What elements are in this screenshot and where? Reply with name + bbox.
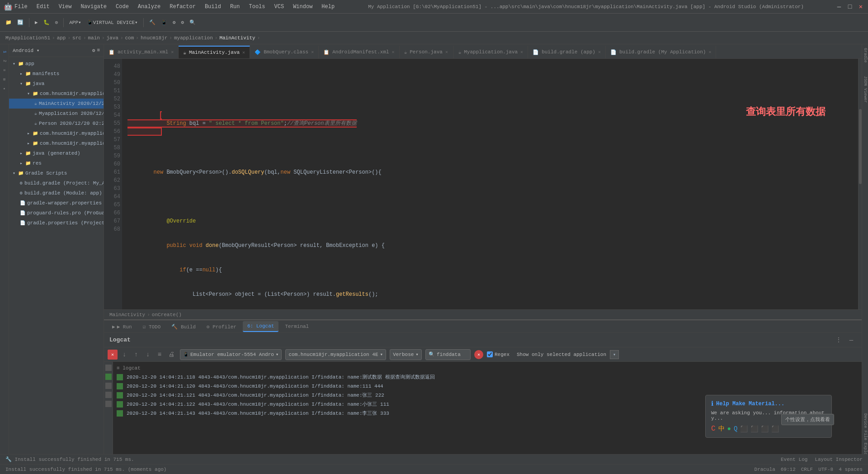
build-button[interactable]: 🔨 [147, 16, 157, 29]
tree-item[interactable]: ▸ 📁java (generated) [9, 148, 104, 158]
tree-item[interactable]: ▾ 📁java [9, 79, 104, 89]
clear-logcat-button[interactable]: ✕ [108, 350, 118, 360]
sync-button[interactable]: 🔄 [15, 16, 25, 29]
tab-close-button[interactable]: ✕ [311, 49, 314, 55]
tab-close-button[interactable]: ✕ [392, 49, 395, 55]
menu-item-tools[interactable]: Tools [247, 3, 267, 11]
breadcrumb-item[interactable]: MainActivity [219, 35, 255, 41]
prev-entry-button[interactable]: ↑ [131, 350, 141, 360]
profiler-tab[interactable]: ⊙ Profiler [202, 321, 241, 332]
scroll-end-button[interactable]: ↓ [119, 350, 129, 360]
todo-tab[interactable]: ☑ TODO [138, 321, 165, 332]
tree-options-icon[interactable]: ≡ [97, 47, 100, 53]
editor-tab[interactable]: ☕MainActivity.java✕ [179, 46, 250, 58]
favorites-toggle[interactable]: ★ [0, 84, 9, 92]
breadcrumb-item[interactable]: app [57, 35, 66, 41]
json-viewer-toggle[interactable]: JSON Viewer [863, 74, 868, 104]
tab-close-button[interactable]: ✕ [708, 49, 711, 55]
tab-close-button[interactable]: ✕ [242, 50, 245, 55]
tree-item[interactable]: ▾ 📁com.hnucm18jr.myapplicatio [9, 89, 104, 99]
logcat-icon-2[interactable] [105, 374, 112, 380]
editor-tab[interactable]: 🔷BmobQuery.class✕ [250, 46, 319, 58]
level-dropdown[interactable]: Verbose ▾ [390, 349, 422, 360]
breadcrumb-item[interactable]: main [88, 35, 99, 41]
terminal-tab[interactable]: Terminal [280, 321, 313, 332]
logcat-icon-4[interactable] [105, 392, 112, 398]
log-entry[interactable]: 2020-12-20 14:04:21.118 4843-4843/com.hn… [113, 373, 862, 382]
tab-close-button[interactable]: ✕ [171, 49, 174, 55]
minimize-button[interactable]: — [835, 3, 843, 10]
sdk-button[interactable]: ⚙ [171, 16, 178, 29]
close-button[interactable]: ✕ [857, 3, 864, 10]
run-tab[interactable]: ▶ ▶ Run [108, 321, 137, 332]
tree-item[interactable]: ▾ 📁Gradle Scripts [9, 168, 104, 178]
build-variants-toggle[interactable]: ⊞ [0, 75, 9, 83]
menu-item-analyze[interactable]: Analyze [136, 3, 162, 11]
package-dropdown[interactable]: com.hnucm18jr.myapplication 4E ▾ [285, 349, 386, 360]
editor-tab[interactable]: 📋activity_main.xml✕ [104, 46, 179, 58]
project-panel-toggle[interactable]: 1 [0, 48, 9, 56]
tree-item[interactable]: ☕MainActivity 2020/12/20 [9, 99, 104, 109]
tree-item[interactable]: ☕Person 2020/12/20 02:25, 4 [9, 118, 104, 128]
resource-panel-toggle[interactable]: ≡ [0, 66, 9, 74]
event-log-link[interactable]: Event Log [781, 457, 807, 462]
tree-item[interactable]: 📄gradle.properties (Project Pro [9, 218, 104, 228]
breadcrumb-item[interactable]: com [125, 35, 134, 41]
soft-wrap-button[interactable]: ≡ [155, 350, 165, 360]
regex-checkbox[interactable] [487, 351, 493, 357]
device-dropdown-logcat[interactable]: 📱 Emulator emulator-5554 Andro ▾ [180, 349, 282, 360]
menu-item-help[interactable]: Help [320, 3, 336, 11]
tab-close-button[interactable]: ✕ [598, 49, 601, 55]
tree-item[interactable]: 📄proguard-rules.pro (ProGuard [9, 208, 104, 218]
editor-tab[interactable]: 📄build.gradle (My Application)✕ [606, 46, 716, 58]
clear-search-button[interactable]: ✕ [474, 350, 483, 359]
settings-button[interactable]: ⚙ [179, 16, 186, 29]
logcat-icon-1[interactable] [105, 365, 112, 371]
print-button[interactable]: 🖨 [166, 350, 176, 360]
editor-scrollbar[interactable] [858, 59, 862, 309]
tab-close-button[interactable]: ✕ [445, 49, 448, 55]
logcat-icon-5[interactable] [105, 401, 112, 407]
maximize-button[interactable]: □ [846, 3, 854, 10]
device-dropdown[interactable]: 📱 VIRTUAL DEVICE ▾ [85, 16, 140, 29]
menu-item-vcs[interactable]: VCS [273, 3, 286, 11]
breadcrumb-item[interactable]: myapplication [174, 35, 213, 41]
tree-item[interactable]: ▸ 📁com.hnucm18jr.myapplicatio [9, 138, 104, 148]
breadcrumb-on-create[interactable]: onCreate() [152, 312, 182, 318]
tree-item[interactable]: ⚙build.gradle (Project: My_Appli [9, 178, 104, 188]
search-everywhere[interactable]: 🔍 [188, 16, 198, 29]
tree-item[interactable]: ⚙build.gradle (Module: app) [9, 188, 104, 198]
show-selected-dropdown[interactable]: ▾ [610, 350, 619, 359]
menu-item-file[interactable]: File [13, 3, 29, 11]
menu-item-build[interactable]: Build [203, 3, 223, 11]
avd-button[interactable]: 📱 [159, 16, 169, 29]
tab-close-button[interactable]: ✕ [520, 49, 523, 55]
menu-item-edit[interactable]: Edit [35, 3, 52, 11]
log-entry[interactable]: 2020-12-20 14:04:21.120 4843-4843/com.hn… [113, 382, 862, 391]
editor-tab[interactable]: 📄build.gradle (app)✕ [528, 46, 606, 58]
breadcrumb-item[interactable]: src [72, 35, 81, 41]
menu-item-view[interactable]: View [57, 3, 74, 11]
gradle-panel-toggle[interactable]: Gradle [863, 46, 868, 64]
app-config-dropdown[interactable]: APP ▾ [67, 16, 83, 29]
logcat-minimize[interactable]: — [846, 335, 856, 345]
menu-item-window[interactable]: Window [291, 3, 314, 11]
tree-item[interactable]: ▸ 📁com.hnucm18jr.myapplicatio [9, 128, 104, 138]
tree-item[interactable]: ▸ 📁manifests [9, 69, 104, 79]
next-entry-button[interactable]: ↓ [143, 350, 153, 360]
breadcrumb-main-activity[interactable]: MainActivity [109, 312, 145, 318]
project-icon[interactable]: 📁 [4, 16, 14, 29]
editor-tab[interactable]: ☕Person.java✕ [400, 46, 454, 58]
logcat-search-box[interactable]: 🔍 finddata [425, 349, 471, 360]
regex-checkbox-label[interactable]: Regex [487, 351, 509, 357]
small-popup[interactable]: 个性设置，点我看看 [781, 414, 834, 425]
breadcrumb-item[interactable]: java [107, 35, 118, 41]
logcat-icon-3[interactable] [105, 383, 112, 389]
editor-tab[interactable]: 📋AndroidManifest.xml✕ [319, 46, 399, 58]
tree-item[interactable]: ☕Myapplication 2020/12/20 [9, 109, 104, 118]
structure-panel-toggle[interactable]: 2 [0, 57, 9, 65]
editor-tab[interactable]: ☕Myapplication.java✕ [454, 46, 528, 58]
tree-item[interactable]: 📄gradle-wrapper.properties (Gr [9, 198, 104, 208]
tree-item[interactable]: ▸ 📁res [9, 158, 104, 168]
menu-item-navigate[interactable]: Navigate [79, 3, 108, 11]
